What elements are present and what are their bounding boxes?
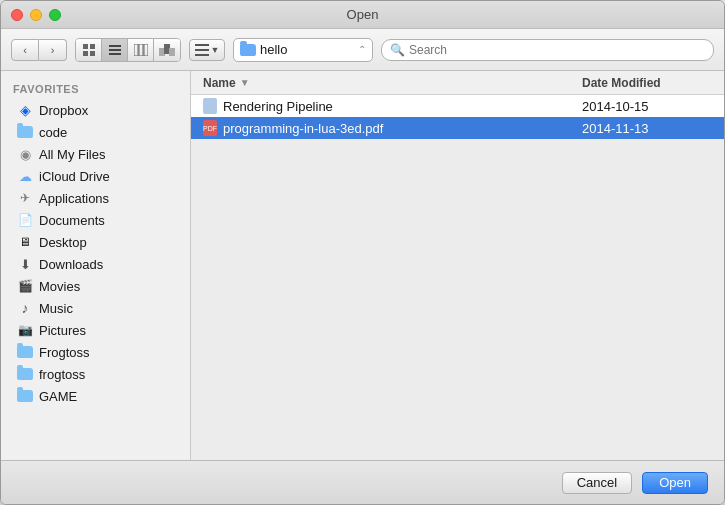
sidebar-item-code[interactable]: code bbox=[1, 121, 190, 143]
svg-rect-14 bbox=[195, 49, 209, 51]
sidebar-item-documents[interactable]: 📄Documents bbox=[1, 209, 190, 231]
sidebar-item-label: Applications bbox=[39, 191, 109, 206]
svg-rect-7 bbox=[134, 44, 138, 56]
sidebar-item-label: Frogtoss bbox=[39, 345, 90, 360]
icloud-icon: ☁ bbox=[19, 169, 32, 184]
folder-icon bbox=[17, 366, 33, 382]
sidebar-item-applications[interactable]: ✈Applications bbox=[1, 187, 190, 209]
svg-rect-3 bbox=[90, 51, 95, 56]
sidebar-item-label: Desktop bbox=[39, 235, 87, 250]
sidebar-item-dropbox[interactable]: ◈Dropbox bbox=[1, 99, 190, 121]
file-name: Rendering Pipeline bbox=[223, 99, 333, 114]
music-icon: ♪ bbox=[17, 300, 33, 316]
folder-icon bbox=[17, 388, 33, 404]
desktop-icon: 🖥 bbox=[17, 234, 33, 250]
minimize-button[interactable] bbox=[30, 9, 42, 21]
sidebar-item-frogtoss-low[interactable]: frogtoss bbox=[1, 363, 190, 385]
dropbox-icon: ◈ bbox=[17, 102, 33, 118]
nav-buttons: ‹ › bbox=[11, 39, 67, 61]
file-name-cell: Rendering Pipeline bbox=[203, 98, 582, 114]
sidebar-item-game[interactable]: GAME bbox=[1, 385, 190, 407]
svg-rect-5 bbox=[109, 49, 121, 51]
view-list-btn[interactable] bbox=[102, 39, 128, 61]
toolbar: ‹ › ▼ hello ⌃ 🔍 bbox=[1, 29, 724, 71]
path-control[interactable]: hello ⌃ bbox=[233, 38, 373, 62]
table-row[interactable]: PDF programming-in-lua-3ed.pdf 2014-11-1… bbox=[191, 117, 724, 139]
view-cover-btn[interactable] bbox=[154, 39, 180, 61]
bottom-bar: Cancel Open bbox=[1, 460, 724, 504]
folder-icon bbox=[17, 346, 33, 358]
sidebar-item-downloads[interactable]: ⬇Downloads bbox=[1, 253, 190, 275]
pdf-icon: PDF bbox=[203, 120, 217, 136]
sidebar-item-label: Music bbox=[39, 301, 73, 316]
svg-rect-9 bbox=[144, 44, 148, 56]
docs-icon: 📄 bbox=[18, 213, 33, 227]
sidebar-item-label: Downloads bbox=[39, 257, 103, 272]
allfiles-icon: ◉ bbox=[20, 147, 31, 162]
cancel-button[interactable]: Cancel bbox=[562, 472, 632, 494]
col-modified-header: Date Modified bbox=[582, 76, 712, 90]
cover-flow-icon bbox=[159, 44, 175, 56]
main-area: Favorites ◈Dropboxcode◉All My Files☁iClo… bbox=[1, 71, 724, 460]
sidebar-item-all-my-files[interactable]: ◉All My Files bbox=[1, 143, 190, 165]
sidebar-item-label: Movies bbox=[39, 279, 80, 294]
folder-icon bbox=[17, 344, 33, 360]
search-icon: 🔍 bbox=[390, 43, 405, 57]
svg-rect-6 bbox=[109, 53, 121, 55]
music-icon: ♪ bbox=[22, 300, 29, 316]
sidebar-item-pictures[interactable]: 📷Pictures bbox=[1, 319, 190, 341]
svg-rect-12 bbox=[169, 48, 175, 56]
file-name-cell: PDF programming-in-lua-3ed.pdf bbox=[203, 120, 582, 136]
sidebar-item-label: code bbox=[39, 125, 67, 140]
svg-rect-1 bbox=[90, 44, 95, 49]
icon-view-icon bbox=[83, 44, 95, 56]
col-name-header[interactable]: Name ▼ bbox=[203, 76, 582, 90]
sort-arrow: ▼ bbox=[240, 77, 250, 88]
sidebar-item-icloud-drive[interactable]: ☁iCloud Drive bbox=[1, 165, 190, 187]
file-area: Name ▼ Date Modified Rendering Pipeline … bbox=[191, 71, 724, 460]
folder-icon bbox=[17, 124, 33, 140]
sidebar-item-frogtoss-cap[interactable]: Frogtoss bbox=[1, 341, 190, 363]
sidebar-item-label: frogtoss bbox=[39, 367, 85, 382]
arrange-icon bbox=[195, 44, 209, 56]
sidebar-item-movies[interactable]: 🎬Movies bbox=[1, 275, 190, 297]
svg-rect-0 bbox=[83, 44, 88, 49]
column-view-icon bbox=[134, 44, 148, 56]
arrange-btn[interactable]: ▼ bbox=[189, 39, 225, 61]
close-button[interactable] bbox=[11, 9, 23, 21]
svg-rect-15 bbox=[195, 54, 209, 56]
sidebar-item-label: Pictures bbox=[39, 323, 86, 338]
file-name: programming-in-lua-3ed.pdf bbox=[223, 121, 383, 136]
search-box[interactable]: 🔍 bbox=[381, 39, 714, 61]
file-date-cell: 2014-11-13 bbox=[582, 121, 712, 136]
path-arrows: ⌃ bbox=[358, 44, 366, 55]
maximize-button[interactable] bbox=[49, 9, 61, 21]
allfiles-icon: ◉ bbox=[17, 146, 33, 162]
sidebar-item-label: All My Files bbox=[39, 147, 105, 162]
folder-icon bbox=[17, 390, 33, 402]
sidebar: Favorites ◈Dropboxcode◉All My Files☁iClo… bbox=[1, 71, 191, 460]
sidebar-item-music[interactable]: ♪Music bbox=[1, 297, 190, 319]
icloud-icon: ☁ bbox=[17, 168, 33, 184]
folder-icon bbox=[17, 368, 33, 380]
back-button[interactable]: ‹ bbox=[11, 39, 39, 61]
sidebar-section-label: Favorites bbox=[1, 79, 190, 99]
sidebar-item-label: GAME bbox=[39, 389, 77, 404]
search-input[interactable] bbox=[409, 43, 705, 57]
sidebar-item-label: Documents bbox=[39, 213, 105, 228]
apps-icon: ✈ bbox=[20, 191, 30, 205]
list-view-icon bbox=[109, 44, 121, 56]
open-button[interactable]: Open bbox=[642, 472, 708, 494]
view-column-btn[interactable] bbox=[128, 39, 154, 61]
view-icon-btn[interactable] bbox=[76, 39, 102, 61]
table-row[interactable]: Rendering Pipeline 2014-10-15 bbox=[191, 95, 724, 117]
forward-button[interactable]: › bbox=[39, 39, 67, 61]
sidebar-item-desktop[interactable]: 🖥Desktop bbox=[1, 231, 190, 253]
downloads-icon: ⬇ bbox=[20, 257, 31, 272]
sidebar-item-label: iCloud Drive bbox=[39, 169, 110, 184]
movies-icon: 🎬 bbox=[17, 278, 33, 294]
downloads-icon: ⬇ bbox=[17, 256, 33, 272]
file-list: Rendering Pipeline 2014-10-15 PDF progra… bbox=[191, 95, 724, 460]
docs-icon: 📄 bbox=[17, 212, 33, 228]
desktop-icon: 🖥 bbox=[19, 235, 31, 249]
